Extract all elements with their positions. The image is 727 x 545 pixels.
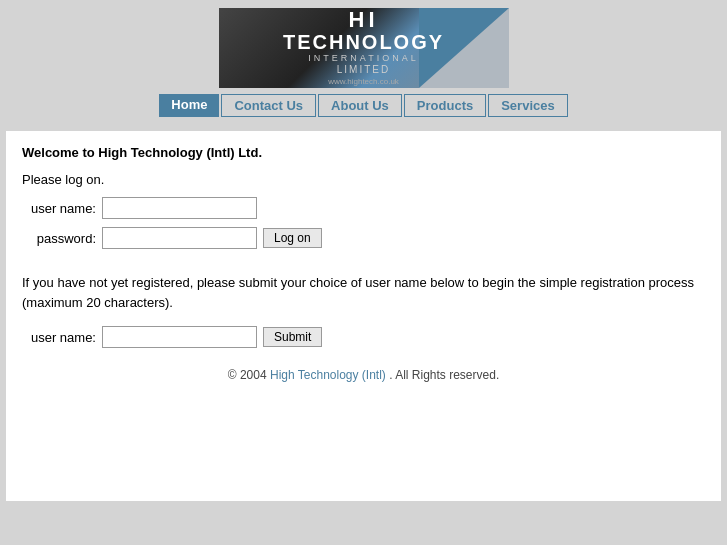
nav-products[interactable]: Products bbox=[404, 94, 486, 117]
username-input[interactable] bbox=[102, 197, 257, 219]
username-row: user name: bbox=[22, 197, 705, 219]
content-area: Welcome to High Technology (Intl) Ltd. P… bbox=[6, 131, 721, 501]
register-username-row: user name: Submit bbox=[22, 326, 705, 348]
page-wrapper: HI TECHNOLOGY INTERNATIONAL LIMITED www.… bbox=[0, 0, 727, 545]
logon-button[interactable]: Log on bbox=[263, 228, 322, 248]
nav-contact[interactable]: Contact Us bbox=[221, 94, 316, 117]
logo-limited: LIMITED bbox=[283, 64, 444, 76]
logo-url: www.hightech.co.uk bbox=[283, 76, 444, 87]
password-input[interactable] bbox=[102, 227, 257, 249]
company-link[interactable]: High Technology (Intl) bbox=[270, 368, 386, 382]
logo-hi: HI bbox=[283, 9, 444, 31]
nav-about[interactable]: About Us bbox=[318, 94, 402, 117]
register-username-label: user name: bbox=[22, 330, 102, 345]
nav-home[interactable]: Home bbox=[159, 94, 219, 117]
footer: © 2004 High Technology (Intl) . All Righ… bbox=[22, 368, 705, 382]
username-label: user name: bbox=[22, 201, 102, 216]
nav-services[interactable]: Services bbox=[488, 94, 568, 117]
rights-text: . All Rights reserved. bbox=[389, 368, 499, 382]
logo-technology: TECHNOLOGY bbox=[283, 31, 444, 53]
nav-bar: Home Contact Us About Us Products Servic… bbox=[0, 94, 727, 117]
welcome-text: Welcome to High Technology (Intl) Ltd. bbox=[22, 145, 705, 160]
company-logo: HI TECHNOLOGY INTERNATIONAL LIMITED www.… bbox=[219, 8, 509, 88]
password-label: password: bbox=[22, 231, 102, 246]
register-text: If you have not yet registered, please s… bbox=[22, 273, 705, 312]
header: HI TECHNOLOGY INTERNATIONAL LIMITED www.… bbox=[0, 0, 727, 88]
please-log-text: Please log on. bbox=[22, 172, 705, 187]
password-row: password: Log on bbox=[22, 227, 705, 249]
logo-text: HI TECHNOLOGY INTERNATIONAL LIMITED www.… bbox=[283, 9, 444, 88]
copyright-text: © 2004 bbox=[228, 368, 267, 382]
register-username-input[interactable] bbox=[102, 326, 257, 348]
logo-intl: INTERNATIONAL bbox=[283, 53, 444, 65]
submit-button[interactable]: Submit bbox=[263, 327, 322, 347]
